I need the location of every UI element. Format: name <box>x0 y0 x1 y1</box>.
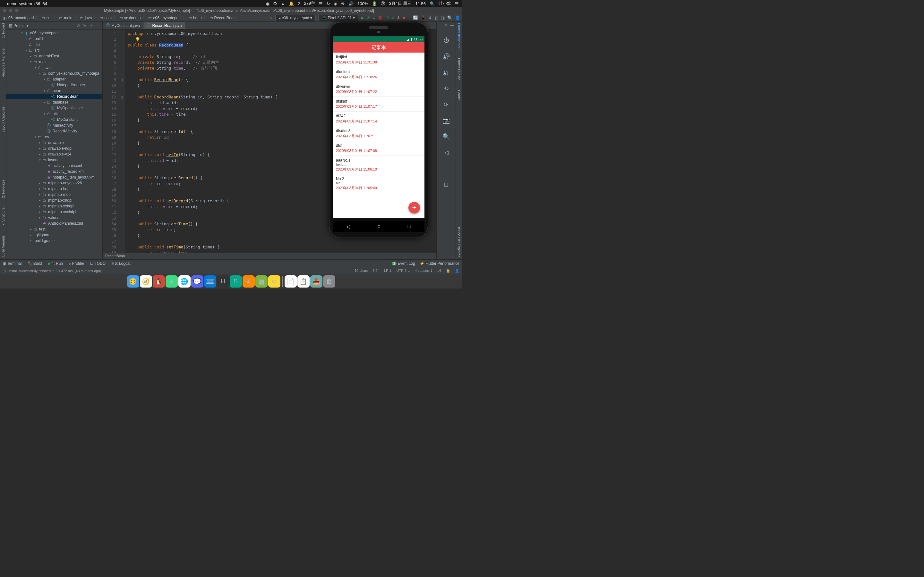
finder-dock-icon[interactable]: 😊 <box>127 276 139 287</box>
tree-node[interactable]: ▾🗀res <box>6 134 102 140</box>
status-lock-icon[interactable]: 🔒 <box>446 269 451 273</box>
build-variants-tab[interactable]: Build Variants <box>1 235 5 257</box>
note-item[interactable]: df3422020年03月04日 11:07:14 <box>333 111 425 126</box>
tree-node[interactable]: ▸🗀drawable <box>6 140 102 145</box>
breadcrumb-item[interactable]: 🗀 main <box>58 15 73 21</box>
close-window-button[interactable] <box>3 9 6 13</box>
todo-tab[interactable]: ☑ TODO <box>90 261 106 266</box>
gradle-tab[interactable]: Gradle <box>457 90 461 101</box>
tree-node[interactable]: ⒸMyConstant <box>6 117 102 122</box>
vlc-dock-icon[interactable]: ▲ <box>242 276 255 287</box>
flutter-inspector-tab[interactable]: Flutter Inspector <box>457 23 461 48</box>
tree-node[interactable]: ▾🗀layout <box>6 157 102 163</box>
tree-node[interactable]: ⒸMyOpenHelper <box>6 105 102 111</box>
overview-emu-icon[interactable]: □ <box>439 179 453 190</box>
close-emulator-icon[interactable]: ✕ <box>445 23 448 27</box>
project-tree[interactable]: ▾▮c06_mynotepad▸🗀build🗀libs▾🗀src▸🗀androi… <box>6 29 102 259</box>
note-item[interactable]: dfdsfdsfs2020年03月04日 11:18:26 <box>333 67 425 82</box>
breadcrumb-item[interactable]: 🗀 src <box>40 15 53 21</box>
terminal-tab[interactable]: ▣ Terminal <box>3 261 21 266</box>
tree-node[interactable]: ▸🗀test <box>6 226 102 232</box>
power-icon[interactable]: ⏻ <box>439 35 453 45</box>
panel-title[interactable]: ▦ Project ▾ <box>9 23 29 28</box>
battery-icon[interactable]: 🔋 <box>372 1 377 6</box>
flutter-performance-tab[interactable]: ⚡ Flutter Performance <box>420 261 459 266</box>
wifi-icon[interactable]: ◈ <box>334 1 337 6</box>
status-encoding[interactable]: UTF-8 ⇣ <box>397 269 410 273</box>
vscode-dock-icon[interactable]: ⌨ <box>204 276 216 287</box>
notes-list[interactable]: fkdjfkd2020年03月04日 11:31:38dfdsfdsfs2020… <box>333 53 425 218</box>
app-dock-icon-2[interactable]: 💬 <box>191 276 204 287</box>
note-item[interactable]: fkdjfkd2020年03月04日 11:31:38 <box>333 53 425 67</box>
breadcrumb-item[interactable]: 🗀 com <box>98 15 113 21</box>
tree-node[interactable]: ⬘notepad_item_layout.xml <box>6 174 102 180</box>
build-tab[interactable]: 🔨 Build <box>27 261 42 266</box>
zoom-icon[interactable]: 🔍 <box>439 131 453 142</box>
tree-node[interactable]: ▸🗀mipmap-xxhdpi <box>6 203 102 209</box>
tree-node[interactable]: ▾🗀utils <box>6 111 102 117</box>
tree-node[interactable]: ▸🗀mipmap-xxxhdpi <box>6 209 102 215</box>
tree-node[interactable]: ▾🗀database <box>6 99 102 105</box>
nav-recent-icon[interactable]: □ <box>408 223 411 229</box>
toolbar-user-icon[interactable]: 👤 <box>455 15 460 20</box>
sdk-manager-icon[interactable]: ⬇ <box>428 15 432 20</box>
tree-node[interactable]: ▸🗀drawable-v24 <box>6 151 102 157</box>
menubar-time[interactable]: 11:56 <box>415 1 426 6</box>
status-box-icon[interactable]: ▢ <box>3 269 6 273</box>
debug-run-icon[interactable]: ≡ <box>373 15 375 20</box>
tree-node[interactable]: ⬘activity_record.xml <box>6 169 102 174</box>
note-item[interactable]: No.2hihi...2020年03月04日 11:05:49 <box>333 174 425 193</box>
flutter-outline-tab[interactable]: Flutter Outline <box>457 58 461 80</box>
tree-node[interactable]: ▾🗀src <box>6 47 102 53</box>
folder-dock-icon-1[interactable]: 📄 <box>284 276 297 287</box>
home-emu-icon[interactable]: ○ <box>439 163 453 174</box>
tree-node[interactable]: ▸🗀build <box>6 36 102 42</box>
app-name[interactable]: qemu-system-x86_64 <box>7 1 47 6</box>
app-dock-icon-1[interactable]: 🐧 <box>153 276 165 287</box>
settings-icon[interactable]: ✲ <box>89 23 93 28</box>
run-tab[interactable]: ▶ 4: Run <box>48 261 63 266</box>
status-position[interactable]: 3:24 <box>373 269 379 273</box>
editor-breadcrumb[interactable]: RecordBean <box>103 253 436 259</box>
tree-node[interactable]: ▾🗀com.yexiaomo.c06_mynotepa <box>6 71 102 76</box>
profiler-tab[interactable]: ⌾ Profiler <box>69 261 84 266</box>
run-button[interactable]: ▶ <box>361 15 364 20</box>
minimize-emulator-icon[interactable]: — <box>450 23 454 27</box>
structure-tab[interactable]: 7: Structure <box>1 207 5 226</box>
app-s-icon[interactable]: Ⓢ <box>381 1 385 6</box>
toolbar-icon-1[interactable]: ◧ <box>435 15 438 20</box>
tree-node[interactable]: ▾🗀main <box>6 59 102 65</box>
menubar-date[interactable]: 3月4日 周三 <box>389 1 411 6</box>
tree-node[interactable]: ▸🗀mipmap-xhdpi <box>6 197 102 203</box>
rotate-left-icon[interactable]: ⟲ <box>439 83 453 93</box>
status-git-icon[interactable]: ⎇ <box>437 269 441 273</box>
run-config-selector[interactable]: ▸ c06_mynotepad ▾ <box>275 15 316 21</box>
status-indent[interactable]: 4 spaces ⇣ <box>415 269 433 273</box>
app-dock-icon-3[interactable]: H <box>217 276 229 287</box>
status-inspector-icon[interactable]: 👤 <box>455 269 459 273</box>
downloads-dock-icon[interactable]: 📥 <box>310 276 322 287</box>
more-emu-icon[interactable]: ⋯ <box>439 195 453 206</box>
app-dock-icon-5[interactable]: ∞ <box>268 276 280 287</box>
tab-myconstant[interactable]: ⒸMyConstant.java <box>103 22 144 29</box>
breadcrumb-item[interactable]: ▮ c06_mynotepad <box>2 15 35 21</box>
folder-dock-icon-2[interactable]: 📋 <box>297 276 310 287</box>
tree-node[interactable]: ⬘AndroidManifest.xml <box>6 221 102 226</box>
disk-icon[interactable]: ☰ <box>319 1 323 6</box>
event-log-tab[interactable]: 3 Event Log <box>392 261 415 266</box>
logcat-tab[interactable]: ≡ 6: Logcat <box>111 261 131 266</box>
input-stat[interactable]: 279字 <box>304 1 315 6</box>
breadcrumb-item[interactable]: 🗀 c06_mynotepad <box>147 15 182 21</box>
select-opened-file-icon[interactable]: ⊙ <box>77 23 80 28</box>
note-item[interactable]: aaaNo.1hello...2020年03月04日 11:06:10 <box>333 156 425 174</box>
breadcrumb-item[interactable]: 🗀 yexiaomo <box>118 15 142 21</box>
notification-icon[interactable]: 🔔 <box>289 1 294 6</box>
spotlight-icon[interactable]: 🔍 <box>430 1 435 6</box>
volume-up-icon[interactable]: 🔊 <box>439 51 453 61</box>
tree-node[interactable]: ▫build.gradle <box>6 238 102 243</box>
breadcrumb-item[interactable]: 🗀 java <box>79 15 93 21</box>
emulator-screen[interactable]: ◢ ▮ 11:56 记事本 fkdjfkd2020年03月04日 11:31:3… <box>333 36 425 218</box>
debug-icon[interactable]: 🐞 <box>378 15 383 20</box>
sync-icon[interactable]: ❋ <box>341 1 344 6</box>
android-studio-dock-icon[interactable]: ▲ <box>166 276 178 287</box>
